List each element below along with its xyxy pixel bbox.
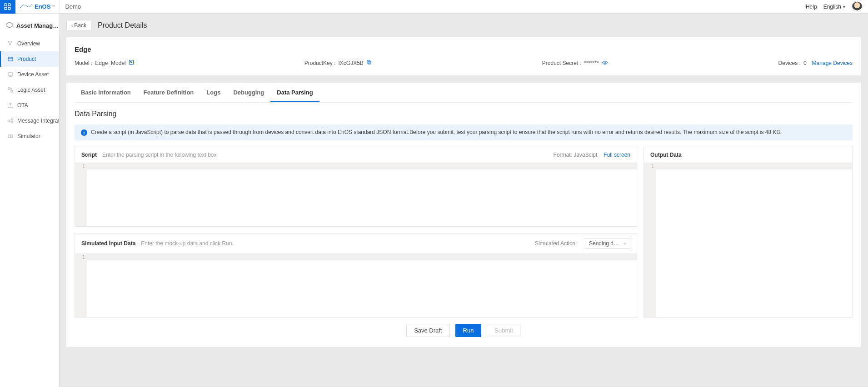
svg-point-13 xyxy=(8,120,10,122)
devices-count: 0 xyxy=(803,60,807,66)
simulated-input-hint: Enter the mock-up data and click Run. xyxy=(141,240,233,247)
simulated-action-selected: Sending d… xyxy=(589,240,619,247)
reveal-secret-icon[interactable] xyxy=(602,60,608,66)
product-secret-value: ******* xyxy=(584,60,599,66)
simulated-input-title: Simulated Input Data xyxy=(81,240,135,247)
devices-field: Devices : 0 Manage Devices xyxy=(778,60,853,66)
sidebar-item-label: OTA xyxy=(17,102,28,109)
sidebar-item-message-integration[interactable]: Message Integration xyxy=(0,113,59,129)
language-label: English xyxy=(823,4,841,10)
tabs-bar: Basic Information Feature Definition Log… xyxy=(75,83,853,103)
view-model-icon[interactable] xyxy=(129,60,134,66)
sidebar-item-device-asset[interactable]: Device Asset xyxy=(0,67,59,82)
device-asset-icon xyxy=(7,71,14,78)
brand-tm: ™ xyxy=(51,5,55,9)
svg-point-14 xyxy=(11,119,13,120)
svg-rect-20 xyxy=(368,61,371,64)
model-field: Model : Edge_Model xyxy=(75,60,134,66)
manage-devices-link[interactable]: Manage Devices xyxy=(812,60,853,66)
message-integration-icon xyxy=(7,118,14,124)
gutter-line-number: 1 xyxy=(651,164,654,169)
app-switcher-button[interactable] xyxy=(0,0,15,14)
back-button[interactable]: ‹Back xyxy=(66,20,91,31)
logic-asset-icon xyxy=(7,87,14,93)
output-title: Output Data xyxy=(650,152,682,158)
simulated-action-select[interactable]: Sending d… xyxy=(585,238,630,249)
sidebar-item-product[interactable]: Product xyxy=(0,51,59,67)
script-panel: Script Enter the parsing script in the f… xyxy=(75,147,637,227)
tab-feature-definition[interactable]: Feature Definition xyxy=(137,83,200,102)
fullscreen-link[interactable]: Full screen xyxy=(604,152,630,158)
sidebar-item-label: Overview xyxy=(17,40,40,47)
sidebar: Asset Manag… Overview Product Device Ass… xyxy=(0,14,59,387)
product-info-card: Edge Model : Edge_Model ProductKey : IXc… xyxy=(66,37,861,75)
model-label: Model : xyxy=(75,60,92,66)
avatar[interactable] xyxy=(852,1,863,12)
sidebar-item-ota[interactable]: OTA xyxy=(0,98,59,113)
svg-rect-9 xyxy=(8,73,13,76)
svg-rect-0 xyxy=(5,4,7,6)
product-icon xyxy=(7,56,14,62)
simulator-icon xyxy=(7,133,14,139)
run-button[interactable]: Run xyxy=(455,324,482,337)
simulated-input-editor[interactable]: 1 xyxy=(75,253,637,317)
svg-rect-2 xyxy=(5,7,7,10)
tab-logs[interactable]: Logs xyxy=(200,83,227,102)
output-editor[interactable]: 1 xyxy=(644,163,852,317)
svg-rect-12 xyxy=(11,90,13,92)
output-gutter: 1 xyxy=(644,163,656,317)
gutter-line-number: 1 xyxy=(82,164,85,169)
svg-rect-3 xyxy=(8,7,10,10)
brand-name: EnOS xyxy=(35,3,50,10)
ota-icon xyxy=(7,102,14,109)
sidebar-item-label: Device Asset xyxy=(17,71,49,78)
svg-rect-7 xyxy=(8,57,13,61)
language-selector[interactable]: English ▾ xyxy=(823,4,845,10)
product-key-label: ProductKey : xyxy=(304,60,336,66)
submit-button[interactable]: Submit xyxy=(487,324,520,337)
product-key-field: ProductKey : IXcGJX5B xyxy=(304,60,372,66)
svg-rect-19 xyxy=(367,60,370,63)
brand-logo[interactable]: EnOS ™ xyxy=(15,0,60,13)
simulated-input-panel: Simulated Input Data Enter the mock-up d… xyxy=(75,233,637,318)
apps-grid-icon xyxy=(4,3,11,10)
asset-management-icon xyxy=(6,22,13,30)
info-banner: i Create a script (in JavaScript) to par… xyxy=(75,124,853,140)
help-link[interactable]: Help xyxy=(806,4,817,10)
devices-label: Devices : xyxy=(778,60,801,66)
script-hint: Enter the parsing script in the followin… xyxy=(102,152,216,158)
chevron-down-icon: ▾ xyxy=(843,5,845,9)
info-banner-text: Create a script (in JavaScript) to parse… xyxy=(91,129,782,135)
sidebar-item-overview[interactable]: Overview xyxy=(0,36,59,51)
copy-key-icon[interactable] xyxy=(366,60,372,66)
product-name: Edge xyxy=(75,45,853,53)
page-title: Product Details xyxy=(98,21,147,30)
sidebar-item-logic-asset[interactable]: Logic Asset xyxy=(0,82,59,98)
tab-data-parsing[interactable]: Data Parsing xyxy=(270,83,319,102)
svg-point-15 xyxy=(11,121,13,123)
tab-debugging[interactable]: Debugging xyxy=(227,83,270,102)
output-panel: Output Data 1 xyxy=(644,147,853,318)
product-secret-label: Product Secret : xyxy=(542,60,581,66)
workspace-name: Demo xyxy=(60,3,86,10)
simulated-input-gutter: 1 xyxy=(75,254,87,317)
product-secret-field: Product Secret : ******* xyxy=(542,60,608,66)
svg-rect-10 xyxy=(10,76,11,77)
tabs-card: Basic Information Feature Definition Log… xyxy=(66,83,861,347)
script-format-label: Format: JavaScipt xyxy=(554,152,598,158)
script-editor[interactable]: 1 xyxy=(75,163,637,226)
action-bar: Save Draft Run Submit xyxy=(75,318,853,339)
svg-point-21 xyxy=(604,62,606,64)
script-editor-gutter: 1 xyxy=(75,163,87,226)
info-icon: i xyxy=(81,129,87,136)
sidebar-item-label: Simulator xyxy=(17,133,40,139)
sidebar-item-label: Message Integration xyxy=(17,118,59,124)
svg-rect-16 xyxy=(8,135,10,138)
svg-rect-11 xyxy=(8,88,10,89)
sidebar-item-simulator[interactable]: Simulator xyxy=(0,129,59,144)
back-button-label: Back xyxy=(74,22,86,29)
save-draft-button[interactable]: Save Draft xyxy=(406,324,449,337)
gutter-line-number: 1 xyxy=(82,255,85,260)
tab-basic-information[interactable]: Basic Information xyxy=(75,83,137,102)
simulated-action-label: Simulated Action : xyxy=(535,240,579,247)
